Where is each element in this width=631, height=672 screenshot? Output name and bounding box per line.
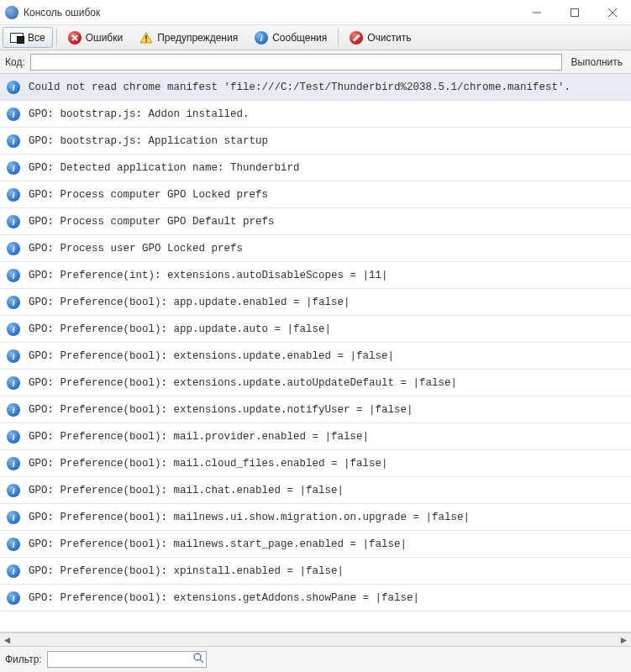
filter-input[interactable] bbox=[47, 651, 207, 668]
message-text: GPO: Preference(bool): app.update.auto =… bbox=[29, 323, 331, 335]
message-row[interactable]: GPO: Preference(bool): mail.cloud_files.… bbox=[0, 450, 631, 477]
info-icon bbox=[7, 457, 20, 470]
info-icon bbox=[7, 215, 20, 228]
message-row[interactable]: GPO: Process computer GPO Locked prefs bbox=[0, 181, 631, 208]
message-row[interactable]: GPO: Preference(int): extensions.autoDis… bbox=[0, 262, 631, 289]
filter-input-wrap bbox=[47, 651, 207, 668]
info-icon bbox=[7, 591, 20, 605]
message-row[interactable]: GPO: Preference(bool): extensions.update… bbox=[0, 396, 631, 423]
info-icon bbox=[255, 31, 268, 45]
error-icon bbox=[68, 31, 82, 45]
clear-icon bbox=[350, 31, 363, 45]
message-text: GPO: Preference(bool): mail.cloud_files.… bbox=[29, 458, 388, 470]
info-icon bbox=[7, 484, 20, 497]
message-text: GPO: Detected application name: Thunderb… bbox=[29, 162, 300, 174]
message-row[interactable]: GPO: bootstrap.js: Addon installed. bbox=[0, 101, 631, 128]
toolbar-warnings-button[interactable]: Предупреждения bbox=[132, 27, 245, 48]
message-row[interactable]: GPO: Preference(bool): app.update.auto =… bbox=[0, 316, 631, 343]
filter-label: Фильтр: bbox=[5, 654, 42, 665]
message-row[interactable]: GPO: Detected application name: Thunderb… bbox=[0, 155, 631, 181]
message-row[interactable]: GPO: Process user GPO Locked prefs bbox=[0, 235, 631, 262]
info-icon bbox=[7, 161, 20, 175]
info-icon bbox=[7, 511, 20, 524]
toolbar-messages-label: Сообщения bbox=[272, 32, 327, 44]
code-input[interactable] bbox=[30, 54, 563, 71]
window-title: Консоль ошибок bbox=[24, 7, 518, 18]
warning-icon bbox=[139, 32, 153, 44]
execute-button[interactable]: Выполнить bbox=[567, 55, 626, 70]
info-icon bbox=[7, 323, 20, 336]
message-text: GPO: Preference(bool): extensions.update… bbox=[29, 377, 457, 389]
toolbar-all-button[interactable]: Все bbox=[3, 27, 53, 48]
message-text: GPO: Preference(int): extensions.autoDis… bbox=[29, 270, 388, 281]
message-list[interactable]: Could not read chrome manifest 'file:///… bbox=[0, 74, 631, 633]
message-text: GPO: Preference(bool): mailnews.ui.show.… bbox=[29, 512, 470, 523]
message-row[interactable]: GPO: Preference(bool): extensions.update… bbox=[0, 370, 631, 396]
message-text: GPO: Preference(bool): extensions.update… bbox=[29, 350, 394, 362]
message-text: GPO: Preference(bool): extensions.update… bbox=[29, 404, 413, 416]
info-icon bbox=[7, 564, 20, 578]
message-row[interactable]: Could not read chrome manifest 'file:///… bbox=[0, 74, 631, 101]
close-button[interactable] bbox=[593, 0, 631, 24]
app-icon bbox=[5, 6, 18, 19]
message-text: GPO: Process user GPO Locked prefs bbox=[29, 243, 243, 255]
info-icon bbox=[7, 188, 20, 202]
info-icon bbox=[7, 376, 20, 390]
info-icon bbox=[7, 538, 20, 551]
message-row[interactable]: GPO: Preference(bool): extensions.getAdd… bbox=[0, 585, 631, 612]
code-bar: Код: Выполнить bbox=[0, 50, 631, 74]
message-row[interactable]: GPO: Preference(bool): mailnews.ui.show.… bbox=[0, 504, 631, 531]
message-row[interactable]: GPO: Preference(bool): mail.provider.ena… bbox=[0, 423, 631, 450]
message-text: GPO: Preference(bool): mail.provider.ena… bbox=[29, 431, 369, 443]
svg-rect-5 bbox=[145, 35, 147, 39]
message-text: GPO: Process computer GPO Locked prefs bbox=[29, 189, 268, 201]
info-icon bbox=[7, 430, 20, 444]
filter-bar: Фильтр: bbox=[0, 647, 631, 672]
message-text: GPO: Preference(bool): xpinstall.enabled… bbox=[29, 565, 344, 577]
scroll-right-icon: ► bbox=[617, 633, 631, 646]
scroll-left-icon: ◄ bbox=[0, 633, 14, 646]
toolbar-all-label: Все bbox=[28, 32, 45, 44]
info-icon bbox=[7, 296, 20, 309]
horizontal-scrollbar[interactable]: ◄ ► bbox=[0, 633, 631, 647]
message-text: GPO: Preference(bool): mailnews.start_pa… bbox=[29, 538, 407, 550]
toolbar-clear-button[interactable]: Очистить bbox=[342, 27, 418, 48]
window-controls bbox=[518, 0, 631, 24]
toolbar-warnings-label: Предупреждения bbox=[157, 32, 238, 44]
message-text: GPO: Process computer GPO Default prefs bbox=[29, 216, 275, 228]
info-icon bbox=[7, 134, 20, 148]
toolbar-errors-label: Ошибки bbox=[86, 32, 124, 44]
toolbar-separator bbox=[56, 29, 57, 46]
toolbar-clear-label: Очистить bbox=[367, 32, 411, 44]
message-text: GPO: bootstrap.js: Application startup bbox=[29, 135, 268, 147]
info-icon bbox=[7, 242, 20, 255]
info-icon bbox=[7, 269, 20, 282]
message-text: GPO: Preference(bool): extensions.getAdd… bbox=[29, 592, 419, 604]
minimize-button[interactable] bbox=[518, 0, 555, 24]
info-icon bbox=[7, 403, 20, 417]
info-icon bbox=[7, 108, 20, 121]
toolbar: Все Ошибки Предупреждения Сообщения Очис… bbox=[0, 25, 631, 50]
titlebar: Консоль ошибок bbox=[0, 0, 631, 25]
toolbar-errors-button[interactable]: Ошибки bbox=[60, 27, 131, 48]
svg-rect-6 bbox=[145, 40, 147, 42]
all-icon bbox=[10, 33, 24, 43]
maximize-button[interactable] bbox=[555, 0, 593, 24]
message-row[interactable]: GPO: Preference(bool): xpinstall.enabled… bbox=[0, 558, 631, 585]
message-text: GPO: bootstrap.js: Addon installed. bbox=[29, 108, 250, 120]
info-icon bbox=[7, 349, 20, 363]
toolbar-messages-button[interactable]: Сообщения bbox=[247, 27, 334, 48]
code-label: Код: bbox=[5, 56, 25, 68]
svg-rect-1 bbox=[571, 8, 578, 16]
message-row[interactable]: GPO: Process computer GPO Default prefs bbox=[0, 208, 631, 235]
info-icon bbox=[7, 81, 20, 94]
message-row[interactable]: GPO: Preference(bool): mail.chat.enabled… bbox=[0, 477, 631, 504]
message-row[interactable]: GPO: Preference(bool): app.update.enable… bbox=[0, 289, 631, 316]
message-text: Could not read chrome manifest 'file:///… bbox=[29, 81, 571, 93]
message-text: GPO: Preference(bool): mail.chat.enabled… bbox=[29, 485, 344, 496]
message-row[interactable]: GPO: bootstrap.js: Application startup bbox=[0, 128, 631, 155]
message-text: GPO: Preference(bool): app.update.enable… bbox=[29, 297, 350, 308]
message-row[interactable]: GPO: Preference(bool): mailnews.start_pa… bbox=[0, 531, 631, 558]
message-row[interactable]: GPO: Preference(bool): extensions.update… bbox=[0, 343, 631, 370]
toolbar-separator bbox=[338, 29, 339, 46]
